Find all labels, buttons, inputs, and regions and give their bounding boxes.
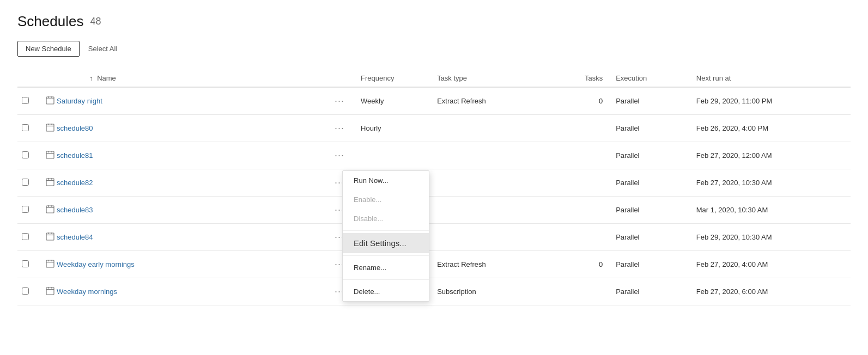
row-checkbox[interactable] bbox=[22, 151, 29, 158]
row-frequency: Weekly bbox=[354, 87, 430, 115]
schedule-name-link[interactable]: schedule84 bbox=[57, 233, 93, 241]
row-actions-button[interactable]: ··· bbox=[331, 149, 348, 162]
row-execution: Parallel bbox=[609, 251, 690, 278]
row-actions-button[interactable]: ··· bbox=[331, 121, 348, 135]
svg-rect-28 bbox=[46, 287, 54, 295]
table-row: Saturday night···WeeklyExtract Refresh0P… bbox=[17, 87, 851, 115]
col-header-checkbox bbox=[17, 70, 39, 87]
row-next-run: Feb 27, 2020, 4:00 AM bbox=[690, 251, 851, 278]
svg-rect-12 bbox=[46, 179, 54, 186]
col-header-spacer bbox=[325, 70, 354, 87]
page-count: 48 bbox=[90, 16, 101, 27]
row-task-type bbox=[430, 115, 556, 142]
table-row: schedule83···ParallelMar 1, 2020, 10:30 … bbox=[17, 197, 851, 224]
calendar-icon bbox=[39, 278, 57, 305]
row-task-type bbox=[430, 224, 556, 251]
sort-arrow-icon: ↑ bbox=[89, 74, 93, 82]
row-execution: Parallel bbox=[609, 224, 690, 251]
table-row: schedule84···ParallelFeb 29, 2020, 10:30… bbox=[17, 224, 851, 251]
row-next-run: Feb 27, 2020, 6:00 AM bbox=[690, 278, 851, 305]
row-frequency: Hourly bbox=[354, 115, 430, 142]
col-header-name[interactable]: ↑ Name bbox=[57, 70, 325, 87]
schedule-name-link[interactable]: Weekday mornings bbox=[57, 287, 117, 296]
context-menu-item-delete[interactable]: Delete... bbox=[343, 282, 429, 301]
svg-rect-8 bbox=[46, 151, 54, 158]
context-menu: Run Now...Enable...Disable...Edit Settin… bbox=[342, 170, 429, 302]
col-header-tasktype[interactable]: Task type bbox=[430, 70, 556, 87]
row-next-run: Feb 29, 2020, 11:00 PM bbox=[690, 87, 851, 115]
row-execution: Parallel bbox=[609, 142, 690, 169]
context-menu-item-edit-settings[interactable]: Edit Settings... bbox=[343, 233, 429, 253]
svg-rect-20 bbox=[46, 233, 54, 240]
row-task-type bbox=[430, 169, 556, 197]
row-checkbox[interactable] bbox=[22, 124, 29, 131]
table-row: schedule81···ParallelFeb 27, 2020, 12:00… bbox=[17, 142, 851, 169]
col-header-execution[interactable]: Execution bbox=[609, 70, 690, 87]
toolbar: New Schedule Select All bbox=[17, 41, 851, 57]
context-menu-item-rename[interactable]: Rename... bbox=[343, 258, 429, 277]
row-task-type bbox=[430, 142, 556, 169]
row-actions-button[interactable]: ··· bbox=[331, 94, 348, 108]
calendar-icon bbox=[39, 87, 57, 115]
row-checkbox[interactable] bbox=[22, 260, 29, 267]
svg-rect-0 bbox=[46, 97, 54, 104]
row-next-run: Feb 26, 2020, 4:00 PM bbox=[690, 115, 851, 142]
row-execution: Parallel bbox=[609, 169, 690, 197]
row-next-run: Mar 1, 2020, 10:30 AM bbox=[690, 197, 851, 224]
row-tasks bbox=[556, 115, 609, 142]
calendar-icon bbox=[39, 197, 57, 224]
calendar-icon bbox=[39, 142, 57, 169]
row-checkbox[interactable] bbox=[22, 206, 29, 213]
schedule-name-link[interactable]: Weekday early mornings bbox=[57, 260, 135, 268]
row-task-type: Subscription bbox=[430, 278, 556, 305]
select-all-button[interactable]: Select All bbox=[88, 45, 117, 53]
calendar-icon bbox=[39, 169, 57, 197]
row-next-run: Feb 29, 2020, 10:30 AM bbox=[690, 224, 851, 251]
page-title: Schedules bbox=[17, 13, 83, 30]
table-row: schedule80···HourlyParallelFeb 26, 2020,… bbox=[17, 115, 851, 142]
row-tasks bbox=[556, 278, 609, 305]
row-tasks bbox=[556, 197, 609, 224]
table-header-row: ↑ Name Frequency Task type Tasks Executi… bbox=[17, 70, 851, 87]
row-frequency bbox=[354, 142, 430, 169]
row-next-run: Feb 27, 2020, 10:30 AM bbox=[690, 169, 851, 197]
col-name-label: Name bbox=[97, 74, 116, 82]
row-task-type bbox=[430, 197, 556, 224]
row-checkbox[interactable] bbox=[22, 97, 29, 104]
row-execution: Parallel bbox=[609, 115, 690, 142]
svg-rect-16 bbox=[46, 206, 54, 213]
row-task-type: Extract Refresh bbox=[430, 87, 556, 115]
row-checkbox[interactable] bbox=[22, 179, 29, 186]
row-task-type: Extract Refresh bbox=[430, 251, 556, 278]
context-menu-item-enable: Enable... bbox=[343, 190, 429, 209]
table-row: Weekday mornings···WeeklySubscriptionPar… bbox=[17, 278, 851, 305]
schedule-name-link[interactable]: schedule81 bbox=[57, 151, 93, 160]
context-menu-item-run-now[interactable]: Run Now... bbox=[343, 171, 429, 190]
row-execution: Parallel bbox=[609, 197, 690, 224]
calendar-icon bbox=[39, 224, 57, 251]
col-header-frequency[interactable]: Frequency bbox=[354, 70, 430, 87]
row-tasks: 0 bbox=[556, 251, 609, 278]
table-row: schedule82···ParallelFeb 27, 2020, 10:30… bbox=[17, 169, 851, 197]
schedule-name-link[interactable]: schedule80 bbox=[57, 124, 93, 132]
schedule-name-link[interactable]: schedule82 bbox=[57, 179, 93, 187]
row-checkbox[interactable] bbox=[22, 233, 29, 240]
calendar-icon bbox=[39, 251, 57, 278]
row-execution: Parallel bbox=[609, 278, 690, 305]
row-checkbox[interactable] bbox=[22, 287, 29, 295]
svg-rect-4 bbox=[46, 124, 54, 131]
svg-rect-24 bbox=[46, 260, 54, 267]
page-header: Schedules 48 bbox=[17, 13, 851, 30]
row-tasks bbox=[556, 224, 609, 251]
new-schedule-button[interactable]: New Schedule bbox=[17, 41, 80, 57]
row-next-run: Feb 27, 2020, 12:00 AM bbox=[690, 142, 851, 169]
schedule-name-link[interactable]: schedule83 bbox=[57, 206, 93, 214]
calendar-icon bbox=[39, 115, 57, 142]
row-tasks bbox=[556, 169, 609, 197]
schedules-page: Schedules 48 New Schedule Select All ↑ N… bbox=[0, 0, 868, 319]
col-header-tasks[interactable]: Tasks bbox=[556, 70, 609, 87]
col-header-nextrun[interactable]: Next run at bbox=[690, 70, 851, 87]
col-header-icon bbox=[39, 70, 57, 87]
schedule-name-link[interactable]: Saturday night bbox=[57, 97, 102, 105]
row-tasks: 0 bbox=[556, 87, 609, 115]
